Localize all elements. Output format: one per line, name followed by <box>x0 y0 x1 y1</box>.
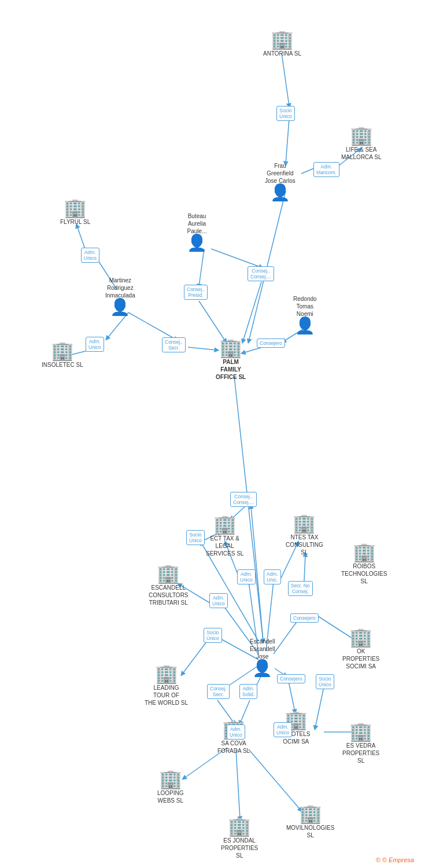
node-roibos: 🏢 ROIBOSTECHNOLOGIESSL <box>341 543 387 585</box>
building-icon-esjondal: 🏢 <box>228 817 251 836</box>
badge-consej-consej-ect: Consej..Consej.... <box>230 492 257 507</box>
badge-adm-unico-ect: Adm.Unico <box>237 569 256 584</box>
badge-secr-no-consej: Secr. NoConsej. <box>288 581 313 596</box>
badge-socio-unico-leading: SocioÚnico <box>204 628 222 643</box>
watermark-copyright: © <box>376 856 381 863</box>
svg-line-17 <box>234 376 263 641</box>
label-okproperties: OKPROPERTIESSOCIMI SA <box>342 648 379 670</box>
badge-label-consejero-ok: Consejero <box>290 613 319 623</box>
node-ntestax: 🏢 NTES TAXCONSULTINGSL <box>286 514 323 556</box>
svg-line-14 <box>77 226 85 249</box>
label-fraugreenfield: FrauGreenfieldJose Carlos <box>265 162 296 185</box>
watermark-brand: © Empresa <box>382 856 414 863</box>
badge-adm-mancom: Adm.Mancom. <box>313 162 339 177</box>
badge-adm-unico-escandellconsultors: Adm.Unico <box>209 593 228 608</box>
label-leading: LEADINGTOUR OFTHE WORLD SL <box>145 684 188 707</box>
badge-consej-presid: Consej..Presid. <box>184 285 208 300</box>
label-martinez: MartinezRodriguezInmaculada <box>105 277 135 299</box>
svg-line-1 <box>286 119 289 164</box>
badge-label-consej-presid: Consej..Presid. <box>184 285 208 300</box>
node-leading: 🏢 LEADINGTOUR OFTHE WORLD SL <box>145 664 188 707</box>
node-esjondal: 🏢 ES JONDALPROPERTIESSL <box>221 817 258 859</box>
label-flyrul: FLYRUL SL <box>60 218 90 226</box>
badge-consejero-ok: Consejero <box>290 613 319 623</box>
badge-socio-unico-antorina: SocioÚnico <box>276 106 295 121</box>
svg-line-11 <box>128 312 176 340</box>
badge-label-consej-consej-ect: Consej..Consej.... <box>230 492 257 507</box>
badge-label-consej-secr-leading: Consej.Secr. <box>207 684 230 699</box>
building-icon-esvedra: 🏢 <box>349 722 372 741</box>
building-icon-ecttax: 🏢 <box>213 515 237 534</box>
person-icon-buteau: 👤 <box>187 235 207 251</box>
badge-adm-solid: Adm.Solid. <box>239 684 257 699</box>
building-icon-ntestax: 🏢 <box>293 514 316 532</box>
building-icon-lifesea: 🏢 <box>350 126 373 145</box>
svg-line-0 <box>282 53 289 106</box>
person-buteau: ButeauAureliaPaule... 👤 <box>187 211 207 251</box>
svg-line-6 <box>199 301 226 341</box>
node-esvedra: 🏢 ES VEDRAPROPERTIESSL <box>342 722 379 764</box>
node-okproperties: 🏢 OKPROPERTIESSOCIMI SA <box>342 628 379 670</box>
badge-label-consejero-okhotels: Consejero <box>277 674 305 683</box>
badge-label-socio-unico-leading: SocioÚnico <box>204 628 222 643</box>
building-icon-escandellconsultors: 🏢 <box>157 564 180 583</box>
building-icon-antorina: 🏢 <box>271 30 294 49</box>
building-icon-flyrul: 🏢 <box>64 198 87 217</box>
building-icon-okproperties: 🏢 <box>349 628 372 646</box>
badge-label-adm-unico-ect: Adm.Unico <box>237 569 256 584</box>
building-icon-roibos: 🏢 <box>353 543 376 561</box>
svg-line-21 <box>201 543 258 641</box>
person-escandelljose: EscandellEscandellJose 👤 <box>250 637 275 676</box>
label-loopingwebs: LOOPINGWEBS SL <box>157 789 184 804</box>
label-redondo: RedondoTomasNoemi <box>293 295 317 318</box>
watermark: © © Empresa <box>376 856 414 863</box>
label-antorina: ANTORINA SL <box>263 50 301 57</box>
svg-line-44 <box>249 749 301 810</box>
label-esjondal: ES JONDALPROPERTIESSL <box>221 837 258 859</box>
label-palmfamily: PALMFAMILYOFFICE SL <box>216 358 246 381</box>
node-antorina: 🏢 ANTORINA SL <box>263 30 301 57</box>
badge-label-secr-no-consej: Secr. NoConsej. <box>288 581 313 596</box>
person-icon-escandelljose: 👤 <box>252 660 272 676</box>
badge-label-adm-unico-ntes: Adm.Unic. <box>264 569 281 584</box>
badge-label-consejero-redondo: Consejero <box>257 339 285 348</box>
svg-line-9 <box>107 312 128 339</box>
building-icon-insoletec: 🏢 <box>51 341 74 360</box>
badge-label-consej-consej-palm: Consej..Consej.... <box>248 266 274 281</box>
badge-label-adm-solid: Adm.Solid. <box>239 684 257 699</box>
node-flyrul: 🏢 FLYRUL SL <box>60 198 90 226</box>
building-icon-palmfamily: 🏢 <box>219 339 242 357</box>
badge-consej-secr-palm: Consej..Secr. <box>162 337 186 352</box>
label-escandelljose: EscandellEscandellJose <box>250 638 275 660</box>
node-palmfamily: 🏢 PALMFAMILYOFFICE SL <box>216 339 246 381</box>
badge-socio-unico-okhotels: SocioÚnico <box>316 674 334 689</box>
badge-label-socio-unico-ect: SocioÚnico <box>186 530 205 545</box>
badge-label-adm-unico-okhotels: Adm.Unico <box>274 722 292 737</box>
label-lifesea: LIFE & SEAMALLORCA SL <box>341 146 381 161</box>
svg-line-43 <box>236 749 240 819</box>
node-movilnologies: 🏢 MOVILNOLOGIESSL <box>286 804 334 839</box>
node-lifesea: 🏢 LIFE & SEAMALLORCA SL <box>341 126 381 161</box>
badge-label-socio-unico-antorina: SocioÚnico <box>276 106 295 121</box>
building-icon-movilnologies: 🏢 <box>299 804 322 823</box>
label-ntestax: NTES TAXCONSULTINGSL <box>286 534 323 556</box>
person-icon-fraugreenfield: 👤 <box>270 185 290 201</box>
person-fraugreenfield: FrauGreenfieldJose Carlos 👤 <box>265 161 296 201</box>
label-buteau: ButeauAureliaPaule... <box>187 212 207 235</box>
svg-line-5 <box>199 249 204 286</box>
building-icon-leading: 🏢 <box>155 664 178 683</box>
badge-consejero-redondo: Consejero <box>257 339 285 348</box>
svg-line-12 <box>188 347 217 350</box>
badge-adm-unico-insoletec: Adm.Unico <box>86 337 104 352</box>
badge-label-adm-unico-escandellconsultors: Adm.Unico <box>209 593 228 608</box>
badge-label-adm-unico-insoletec: Adm.Unico <box>86 337 104 352</box>
badge-label-consej-secr-palm: Consej..Secr. <box>162 337 186 352</box>
node-insoletec: 🏢 INSOLETEC SL <box>42 341 83 369</box>
node-ecttax: 🏢 ECT TAX &LEGALSERVICES SL <box>206 515 243 557</box>
badge-adm-unico-ntes: Adm.Unic. <box>264 569 281 584</box>
label-movilnologies: MOVILNOLOGIESSL <box>286 824 334 839</box>
label-sacova: SA COVAFORADA SL <box>217 740 250 755</box>
badge-socio-unico-ect: SocioÚnico <box>186 530 205 545</box>
badge-adm-unico-okhotels: Adm.Unico <box>274 722 292 737</box>
person-redondo: RedondoTomasNoemi 👤 <box>293 294 317 334</box>
